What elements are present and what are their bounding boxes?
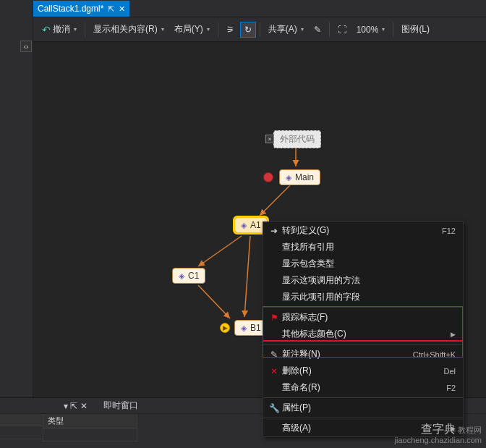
pin-icon[interactable]: ⇱ xyxy=(108,4,114,14)
method-icon: ◈ xyxy=(179,271,184,281)
separator xyxy=(393,22,393,37)
watermark-url: jiaocheng.chazidian.com xyxy=(395,436,482,445)
related-label: 显示相关内容(R) xyxy=(93,23,158,35)
legend-label: 图例(L) xyxy=(401,23,430,35)
zoom-level[interactable]: 100% ▾ xyxy=(352,22,390,38)
undo-label: 撤消 xyxy=(53,23,70,35)
ctx-goto-definition[interactable]: ➜ 转到定义(G) F12 xyxy=(263,222,463,239)
ctx-delete[interactable]: ✕ 删除(R) Del xyxy=(263,363,463,379)
separator xyxy=(263,418,463,418)
ctx-shortcut: Del xyxy=(443,367,456,376)
fit-icon: ⛶ xyxy=(338,25,346,35)
panel-tab-immediate[interactable]: 即时窗口 xyxy=(98,398,144,413)
collapse-toggle[interactable]: ‹› xyxy=(20,41,32,52)
ctx-new-comment[interactable]: ✎ 新注释(N) Ctrl+Shift+K xyxy=(263,346,463,363)
method-icon: ◈ xyxy=(241,221,247,230)
flag-icon: ⚑ xyxy=(266,313,282,323)
delete-icon: ✕ xyxy=(266,366,282,376)
ctx-shortcut: F2 xyxy=(446,384,456,392)
watermark: 查字典 教程网 jiaocheng.chazidian.com xyxy=(395,422,482,445)
context-menu: ➜ 转到定义(G) F12 查找所有引用 显示包含类型 显示这项调用的方法 显示… xyxy=(263,221,464,437)
ctx-show-types[interactable]: 显示包含类型 xyxy=(263,255,463,272)
watermark-text: 查字典 xyxy=(421,423,456,435)
ctx-shortcut: Ctrl+Shift+K xyxy=(413,350,456,359)
tab-label: 即时窗口 xyxy=(103,400,138,410)
separator xyxy=(263,344,463,345)
close-icon[interactable]: ✕ xyxy=(119,4,125,14)
undo-icon: ↶ xyxy=(42,24,51,35)
node-label: 外部代码 xyxy=(280,133,315,145)
chevron-down-icon[interactable]: ▾ xyxy=(161,26,164,33)
chevron-down-icon[interactable]: ▾ xyxy=(207,26,210,33)
separator xyxy=(263,397,463,398)
chevron-down-icon[interactable]: ▾ xyxy=(301,26,304,33)
submenu-arrow-icon: ▶ xyxy=(451,331,456,338)
refresh-button[interactable]: ↻ xyxy=(240,22,256,38)
chevron-down-icon[interactable]: ▾ xyxy=(382,26,385,33)
comment-button[interactable]: ✎ xyxy=(310,22,325,38)
chevron-down-icon[interactable]: ▾ xyxy=(74,26,77,33)
node-label: C1 xyxy=(188,271,199,281)
breakpoint-icon[interactable] xyxy=(263,172,273,182)
ctx-shortcut: F12 xyxy=(442,227,456,235)
share-button[interactable]: 共享(A) ▾ xyxy=(264,20,308,38)
node-label: B1 xyxy=(250,323,261,333)
svg-line-4 xyxy=(198,285,230,318)
node-label: Main xyxy=(295,172,314,182)
svg-line-3 xyxy=(244,236,250,317)
layout-button[interactable]: 布局(Y) ▾ xyxy=(170,20,214,38)
separator xyxy=(263,307,463,308)
share-label: 共享(A) xyxy=(268,23,297,35)
ctx-find-references[interactable]: 查找所有引用 xyxy=(263,239,463,255)
refresh-icon: ↻ xyxy=(244,25,252,35)
ctx-label: 新注释(N) xyxy=(282,348,413,360)
method-icon: ◈ xyxy=(241,324,247,333)
separator xyxy=(329,22,330,37)
current-frame-icon[interactable]: ▶ xyxy=(220,323,230,333)
separator xyxy=(260,22,260,37)
comment-icon: ✎ xyxy=(314,25,321,35)
left-gutter xyxy=(0,0,33,448)
filter-button[interactable]: ⚞ xyxy=(222,22,239,38)
ctx-label: 跟踪标志(F) xyxy=(282,311,456,324)
ctx-label: 其他标志颜色(C) xyxy=(282,328,451,340)
watermark-text: 教程网 xyxy=(458,426,482,434)
toolbar: ↶ 撤消 ▾ 显示相关内容(R) ▾ 布局(Y) ▾ ⚞ ↻ 共享(A) ▾ ✎… xyxy=(0,17,486,42)
ctx-track-flag[interactable]: ⚑ 跟踪标志(F) xyxy=(263,309,463,326)
wrench-icon: 🔧 xyxy=(266,403,282,413)
svg-line-1 xyxy=(260,185,290,216)
comment-icon: ✎ xyxy=(266,350,282,360)
undo-button[interactable]: ↶ 撤消 ▾ xyxy=(38,20,81,38)
panel-tab-pins[interactable]: ▾ ⇱ ✕ xyxy=(58,400,93,413)
document-tab-bar: CallStack1.dgml* ⇱ ✕ xyxy=(0,0,486,17)
ctx-label: 属性(P) xyxy=(282,402,456,414)
node-label: A1 xyxy=(250,220,261,230)
ctx-rename[interactable]: 重命名(R) F2 xyxy=(263,379,463,396)
separator xyxy=(85,22,85,37)
method-icon: ◈ xyxy=(286,173,291,182)
legend-button[interactable]: 图例(L) xyxy=(397,20,434,38)
ctx-properties[interactable]: 🔧 属性(P) xyxy=(263,400,463,416)
node-external-code[interactable]: 外部代码 xyxy=(273,130,321,148)
svg-line-2 xyxy=(198,236,242,266)
filter-icon: ⚞ xyxy=(226,25,234,35)
ctx-flag-color[interactable]: 其他标志颜色(C) ▶ xyxy=(263,326,463,342)
ctx-label: 显示这项调用的方法 xyxy=(282,274,456,287)
ctx-show-fields[interactable]: 显示此项引用的字段 xyxy=(263,289,463,305)
ctx-label: 显示此项引用的字段 xyxy=(282,291,456,303)
col-blank xyxy=(0,414,43,426)
node-c1[interactable]: ◈ C1 xyxy=(172,268,205,284)
node-main[interactable]: ◈ Main xyxy=(279,169,320,185)
ctx-label: 重命名(R) xyxy=(282,381,446,394)
document-tab-active[interactable]: CallStack1.dgml* ⇱ ✕ xyxy=(33,1,129,17)
layout-label: 布局(Y) xyxy=(174,23,203,35)
separator xyxy=(218,22,218,37)
col-type[interactable]: 类型 xyxy=(43,414,137,428)
zoom-value: 100% xyxy=(357,25,379,35)
related-content-button[interactable]: 显示相关内容(R) ▾ xyxy=(89,20,169,38)
fit-button[interactable]: ⛶ xyxy=(333,22,351,38)
expander-icon[interactable]: » xyxy=(265,135,274,143)
ctx-show-callers[interactable]: 显示这项调用的方法 xyxy=(263,272,463,289)
tab-title: CallStack1.dgml* xyxy=(38,4,103,14)
ctx-label: 删除(R) xyxy=(282,365,443,377)
